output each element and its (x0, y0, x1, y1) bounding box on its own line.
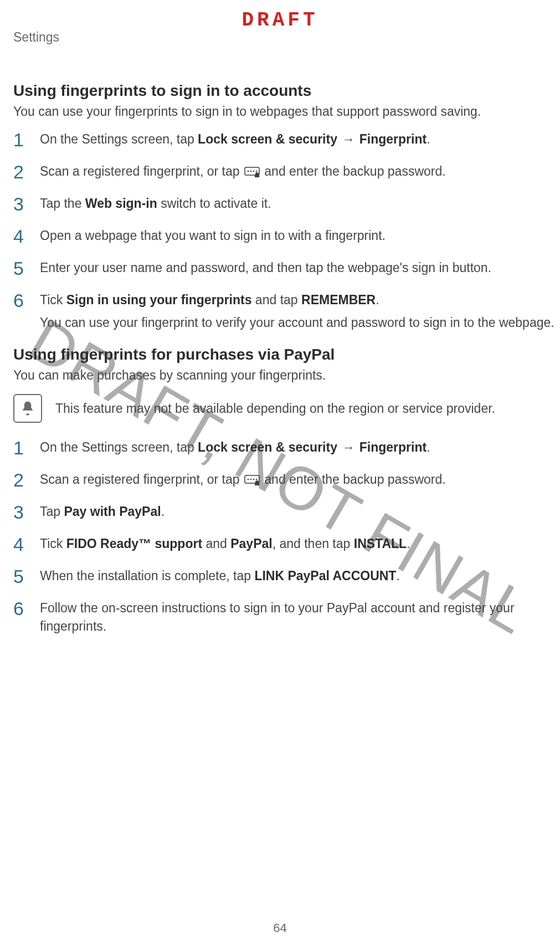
svg-point-1 (248, 171, 249, 172)
step: 3 Tap Pay with PayPal. (13, 503, 554, 521)
step-text: On the Settings screen, tap Lock screen … (40, 130, 554, 149)
section2-title: Using fingerprints for purchases via Pay… (13, 346, 554, 364)
step: 6 Tick Sign in using your fingerprints a… (13, 291, 554, 332)
svg-point-4 (256, 171, 258, 172)
step-number: 5 (13, 259, 30, 278)
step-text: Scan a registered fingerprint, or tap an… (40, 470, 554, 489)
step: 3 Tap the Web sign-in switch to activate… (13, 195, 554, 213)
step-text: When the installation is complete, tap L… (40, 567, 554, 585)
step-text: Tap the Web sign-in switch to activate i… (40, 195, 554, 213)
step-number: 6 (13, 291, 30, 310)
step: 1 On the Settings screen, tap Lock scree… (13, 130, 554, 149)
step: 1 On the Settings screen, tap Lock scree… (13, 438, 554, 457)
svg-point-8 (253, 478, 255, 480)
section1-intro: You can use your fingerprints to sign in… (13, 103, 554, 120)
step: 2 Scan a registered fingerprint, or tap … (13, 162, 554, 181)
step-text: Open a webpage that you want to sign in … (40, 227, 554, 245)
step: 2 Scan a registered fingerprint, or tap … (13, 470, 554, 489)
step-text: Scan a registered fingerprint, or tap an… (40, 162, 554, 181)
step-number: 1 (13, 438, 30, 457)
step-text: Tap Pay with PayPal. (40, 503, 554, 521)
step-number: 6 (13, 599, 30, 618)
step-text: Tick Sign in using your fingerprints and… (40, 291, 554, 332)
step-number: 3 (13, 195, 30, 213)
step-text: Tick FIDO Ready™ support and PayPal, and… (40, 535, 554, 553)
step-text: Enter your user name and password, and t… (40, 259, 554, 277)
step-number: 2 (13, 470, 30, 489)
page: DRAFT Settings DRAFT, NOT FINAL Using fi… (0, 0, 560, 952)
step: 4 Tick FIDO Ready™ support and PayPal, a… (13, 535, 554, 554)
draft-header: DRAFT (0, 9, 560, 32)
page-number: 64 (0, 921, 560, 935)
step: 4 Open a webpage that you want to sign i… (13, 227, 554, 245)
step-number: 2 (13, 162, 30, 181)
step-number: 5 (13, 567, 30, 586)
breadcrumb: Settings (13, 30, 59, 45)
svg-point-6 (248, 478, 249, 480)
section2-intro: You can make purchases by scanning your … (13, 367, 554, 384)
step: 5 When the installation is complete, tap… (13, 567, 554, 586)
step-subtext: You can use your fingerprint to verify y… (40, 314, 554, 332)
section1-steps: 1 On the Settings screen, tap Lock scree… (13, 130, 554, 332)
step-number: 3 (13, 503, 30, 521)
step-number: 4 (13, 227, 30, 245)
callout-text: This feature may not be available depend… (55, 400, 495, 417)
step-text: Follow the on-screen instructions to sig… (40, 599, 554, 636)
step-text: On the Settings screen, tap Lock screen … (40, 438, 554, 457)
svg-point-7 (250, 478, 252, 480)
step-number: 4 (13, 535, 30, 554)
section1-title: Using fingerprints to sign in to account… (13, 82, 554, 100)
backup-password-icon (244, 475, 260, 486)
bell-icon (13, 394, 42, 423)
svg-point-9 (256, 478, 258, 480)
content: Using fingerprints to sign in to account… (13, 72, 554, 649)
svg-point-3 (253, 171, 255, 172)
step: 5 Enter your user name and password, and… (13, 259, 554, 278)
svg-point-2 (250, 171, 252, 172)
backup-password-icon (244, 167, 260, 178)
section2-steps: 1 On the Settings screen, tap Lock scree… (13, 438, 554, 636)
step-number: 1 (13, 130, 30, 149)
step: 6 Follow the on-screen instructions to s… (13, 599, 554, 636)
note-callout: This feature may not be available depend… (13, 394, 554, 423)
